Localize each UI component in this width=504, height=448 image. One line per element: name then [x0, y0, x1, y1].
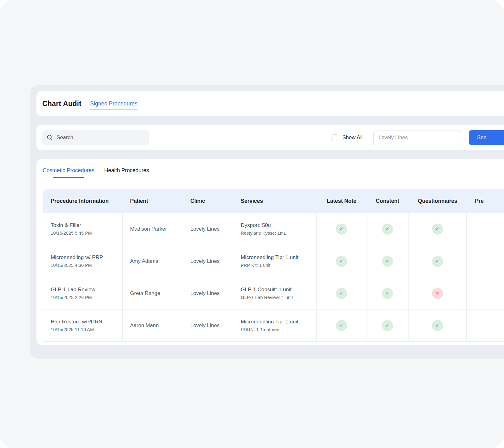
show-all-group: Show All	[332, 125, 362, 150]
pre-cell	[467, 245, 504, 277]
tab-health-procedures[interactable]: Health Procedures	[104, 167, 149, 178]
x-icon: ✕	[432, 288, 443, 299]
page-header-card: Chart Audit Signed Procedures	[36, 91, 504, 116]
clinic-name: Lovely Lines	[190, 258, 233, 264]
column-header-pre: Pre	[467, 198, 504, 204]
procedure-name: Toxin & Filler	[51, 222, 122, 228]
tab-health-label: Health Procedures	[104, 167, 149, 174]
column-header-consent: Constent	[366, 198, 409, 204]
consent-cell: ✓	[366, 213, 409, 245]
pre-cell	[467, 213, 504, 245]
clinic-cell: Lovely Lines	[183, 309, 233, 341]
table-header: Procedure Information Patient Clinic Ser…	[43, 189, 504, 213]
latest-note-cell: ✓	[317, 309, 366, 341]
consent-cell: ✓	[366, 245, 409, 277]
signed-procedures-link[interactable]: Signed Procedures	[90, 100, 138, 109]
patient-name: Aaron Mann	[130, 322, 183, 329]
pre-cell	[467, 309, 504, 341]
clinic-cell: Lovely Lines	[183, 213, 233, 245]
services-cell: Microneedling Tip: 1 unit PDRN: 1 Treatm…	[233, 309, 317, 341]
show-all-label: Show All	[342, 134, 362, 141]
questionnaires-cell: ✕	[409, 277, 467, 309]
check-icon: ✓	[336, 320, 347, 331]
patient-cell: Madison Parker	[123, 213, 183, 245]
table-row[interactable]: Microneedling w/ PRP 10/15/2025 4:30 PM …	[43, 245, 504, 277]
latest-note-cell: ✓	[317, 277, 366, 309]
procedure-info-cell: GLP-1 Lab Review 10/15/2025 2:26 PM	[43, 277, 123, 309]
clinic-name: Lovely Lines	[190, 322, 233, 329]
service-line-2: GLP-1 Lab Review: 1 unit	[241, 295, 316, 300]
service-line-2: PDRN: 1 Treatment	[241, 327, 316, 332]
procedure-datetime: 10/15/2025 2:26 PM	[51, 295, 122, 300]
procedures-card: Cosmetic Procedures Health Procedures Pr…	[36, 159, 504, 345]
check-icon: ✓	[432, 320, 443, 331]
procedures-table: Procedure Information Patient Clinic Ser…	[43, 189, 504, 342]
pre-cell	[467, 277, 504, 309]
clinic-cell: Lovely Lines	[183, 277, 233, 309]
check-icon: ✓	[336, 256, 347, 267]
latest-note-cell: ✓	[317, 213, 366, 245]
procedure-name: Microneedling w/ PRP	[51, 254, 122, 261]
clinic-name: Lovely Lines	[190, 290, 233, 297]
check-icon: ✓	[382, 320, 393, 331]
tab-cosmetic-procedures[interactable]: Cosmetic Procedures	[43, 167, 94, 178]
patient-cell: Aaron Mann	[123, 309, 183, 341]
content-panel: Chart Audit Signed Procedures Show All L…	[30, 85, 504, 359]
search-box[interactable]	[42, 130, 149, 145]
service-line-1: Microneedling Tip: 1 unit	[241, 319, 316, 325]
procedure-info-cell: Hair Restore w/PDRN 10/15/2025 11:19 AM	[43, 309, 123, 341]
procedure-datetime: 10/15/2025 4:30 PM	[51, 263, 122, 268]
service-line-1: Dysport: 50u	[241, 222, 316, 228]
table-row[interactable]: GLP-1 Lab Review 10/15/2025 2:26 PM Gret…	[43, 277, 504, 309]
search-icon	[47, 134, 53, 141]
search-input[interactable]	[57, 134, 145, 141]
service-line-1: GLP-1 Consult: 1 unit	[241, 287, 316, 293]
clinic-filter-select[interactable]: Lovely Lines	[373, 130, 461, 145]
questionnaires-cell: ✓	[409, 213, 467, 245]
column-header-clinic: Clinic	[183, 198, 233, 204]
active-tab-underline	[53, 177, 84, 178]
check-icon: ✓	[432, 224, 443, 235]
latest-note-cell: ✓	[317, 245, 366, 277]
check-icon: ✓	[382, 224, 393, 235]
procedure-name: GLP-1 Lab Review	[51, 287, 122, 293]
services-cell: Dysport: 50u Restylane Kysse: 1mL	[233, 213, 317, 245]
check-icon: ✓	[382, 288, 393, 299]
procedure-datetime: 10/15/2025 11:19 AM	[51, 327, 122, 332]
table-row[interactable]: Hair Restore w/PDRN 10/15/2025 11:19 AM …	[43, 309, 504, 342]
page-title: Chart Audit	[42, 100, 82, 108]
clinic-filter-value: Lovely Lines	[379, 134, 408, 141]
service-line-2: Restylane Kysse: 1mL	[241, 231, 316, 236]
service-line-1: Microneedling Tip: 1 unit	[241, 254, 316, 261]
check-icon: ✓	[336, 224, 347, 235]
patient-cell: Amy Adams	[123, 245, 183, 277]
questionnaires-cell: ✓	[409, 245, 467, 277]
column-header-services: Services	[233, 198, 317, 204]
column-header-questionnaires: Questionnaires	[409, 198, 467, 204]
procedure-name: Hair Restore w/PDRN	[51, 319, 122, 325]
procedure-info-cell: Microneedling w/ PRP 10/15/2025 4:30 PM	[43, 245, 123, 277]
procedure-datetime: 10/15/2025 5:45 PM	[51, 231, 122, 236]
procedure-tabs: Cosmetic Procedures Health Procedures	[36, 159, 504, 178]
show-all-checkbox[interactable]	[332, 134, 338, 141]
services-cell: Microneedling Tip: 1 unit PRP Kit: 1 uni…	[233, 245, 317, 277]
check-icon: ✓	[336, 288, 347, 299]
service-line-2: PRP Kit: 1 unit	[241, 263, 316, 268]
column-header-patient: Patient	[123, 198, 183, 204]
patient-name: Amy Adams	[130, 258, 183, 264]
procedure-info-cell: Toxin & Filler 10/15/2025 5:45 PM	[43, 213, 123, 245]
clinic-name: Lovely Lines	[190, 226, 233, 232]
app-canvas: Chart Audit Signed Procedures Show All L…	[0, 0, 504, 448]
table-row[interactable]: Toxin & Filler 10/15/2025 5:45 PM Madiso…	[43, 213, 504, 245]
check-icon: ✓	[382, 256, 393, 267]
send-button[interactable]: Sen	[469, 130, 504, 145]
consent-cell: ✓	[366, 277, 409, 309]
check-icon: ✓	[432, 256, 443, 267]
column-header-procedure-information: Procedure Information	[43, 198, 123, 204]
services-cell: GLP-1 Consult: 1 unit GLP-1 Lab Review: …	[233, 277, 317, 309]
questionnaires-cell: ✓	[409, 309, 467, 341]
toolbar-card: Show All Lovely Lines Sen	[36, 125, 504, 150]
patient-name: Greta Range	[130, 290, 183, 297]
tab-cosmetic-label: Cosmetic Procedures	[43, 167, 94, 174]
consent-cell: ✓	[366, 309, 409, 341]
